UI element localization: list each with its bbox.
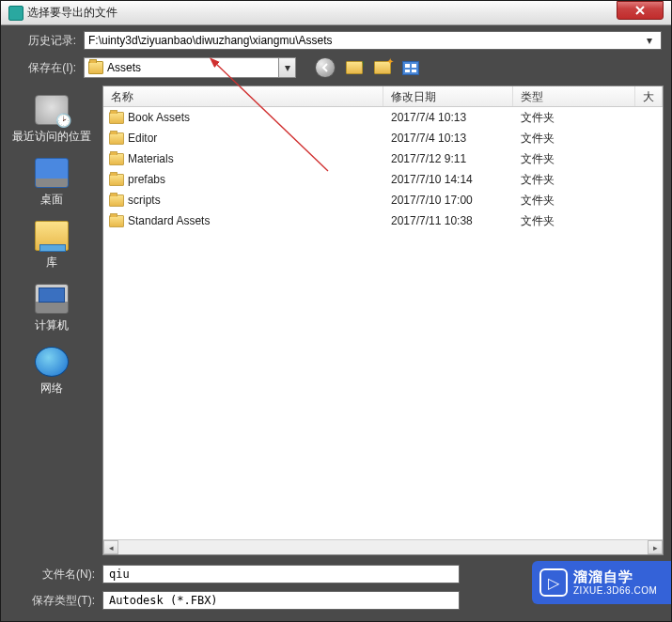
- column-header-size[interactable]: 大: [635, 86, 663, 106]
- folder-toolbar: [315, 57, 420, 78]
- file-row[interactable]: prefabs 2017/7/10 14:14 文件夹: [103, 169, 663, 190]
- place-computer-label: 计算机: [35, 318, 69, 334]
- scroll-left-button[interactable]: ◂: [103, 540, 118, 554]
- file-row[interactable]: Editor 2017/7/4 10:13 文件夹: [103, 128, 663, 148]
- chevron-down-icon: ▾: [285, 61, 290, 74]
- network-icon: [35, 347, 69, 377]
- savein-combo[interactable]: Assets: [84, 57, 279, 78]
- column-headers: 名称 修改日期 类型 大: [103, 86, 663, 107]
- play-icon: ▷: [539, 568, 568, 597]
- close-icon: [635, 6, 645, 15]
- body-area: 最近访问的位置 桌面 库 计算机 网络 名称 修改日期: [1, 86, 671, 555]
- close-button[interactable]: [617, 1, 664, 20]
- back-button[interactable]: [315, 57, 336, 78]
- savein-value: Assets: [107, 61, 141, 74]
- column-header-type[interactable]: 类型: [513, 86, 635, 106]
- filetype-label: 保存类型(T):: [10, 593, 102, 609]
- column-header-date[interactable]: 修改日期: [383, 86, 513, 106]
- history-label: 历史记录:: [10, 33, 84, 49]
- place-recent[interactable]: 最近访问的位置: [12, 95, 91, 145]
- history-value: F:\uinty3d\ziyuanbao\diwuzhang\xiangmu\A…: [88, 34, 642, 47]
- view-menu-button[interactable]: [401, 59, 420, 76]
- file-name: scripts: [128, 194, 161, 207]
- watermark-badge: ▷ 溜溜自学 ZIXUE.3D66.COM: [532, 561, 671, 604]
- watermark-title: 溜溜自学: [573, 569, 657, 585]
- scroll-right-button[interactable]: ▸: [648, 540, 663, 554]
- file-date: 2017/7/12 9:11: [383, 152, 513, 165]
- folder-icon: [109, 174, 124, 186]
- column-header-name[interactable]: 名称: [103, 86, 383, 106]
- file-date: 2017/7/10 17:00: [383, 194, 513, 207]
- top-controls: 历史记录: F:\uinty3d\ziyuanbao\diwuzhang\xia…: [1, 25, 671, 86]
- place-library-label: 库: [46, 255, 57, 271]
- desktop-icon: [35, 158, 69, 188]
- filetype-combo[interactable]: Autodesk (*.FBX): [102, 591, 460, 610]
- file-type: 文件夹: [513, 110, 635, 126]
- place-library[interactable]: 库: [35, 221, 69, 271]
- file-name: Materials: [128, 152, 174, 165]
- file-row[interactable]: Standard Assets 2017/7/11 10:38 文件夹: [103, 210, 663, 231]
- watermark-url: ZIXUE.3D66.COM: [573, 585, 657, 596]
- filename-input[interactable]: qiu: [102, 565, 460, 583]
- file-type: 文件夹: [513, 131, 635, 147]
- savein-label: 保存在(I):: [10, 60, 84, 76]
- savein-row: 保存在(I): Assets ▾: [10, 57, 662, 78]
- chevron-down-icon: ▾: [642, 34, 657, 47]
- place-recent-label: 最近访问的位置: [12, 129, 91, 145]
- folder-up-icon: [346, 61, 363, 74]
- file-date: 2017/7/10 14:14: [383, 173, 513, 186]
- folder-icon: [109, 215, 124, 227]
- view-grid-icon: [402, 61, 419, 75]
- file-type: 文件夹: [513, 213, 635, 229]
- places-bar: 最近访问的位置 桌面 库 计算机 网络: [1, 86, 102, 555]
- folder-icon: [88, 61, 103, 74]
- file-name: Editor: [128, 132, 157, 145]
- place-desktop[interactable]: 桌面: [35, 158, 69, 208]
- folder-icon: [109, 194, 124, 207]
- savein-dropdown-button[interactable]: ▾: [279, 57, 296, 78]
- file-name: Book Assets: [128, 111, 190, 124]
- file-name: Standard Assets: [128, 214, 210, 227]
- library-icon: [35, 221, 69, 251]
- watermark-text: 溜溜自学 ZIXUE.3D66.COM: [573, 569, 657, 596]
- file-list-area: 名称 修改日期 类型 大 Book Assets 2017/7/4 10:13 …: [102, 86, 664, 555]
- place-desktop-label: 桌面: [40, 192, 63, 208]
- titlebar: 选择要导出的文件: [1, 1, 671, 25]
- folder-icon: [109, 153, 124, 165]
- place-network-label: 网络: [40, 381, 63, 397]
- filetype-value: Autodesk (*.FBX): [109, 594, 218, 607]
- file-list[interactable]: Book Assets 2017/7/4 10:13 文件夹 Editor 20…: [103, 107, 663, 539]
- history-row: 历史记录: F:\uinty3d\ziyuanbao\diwuzhang\xia…: [10, 31, 662, 50]
- file-date: 2017/7/4 10:13: [383, 132, 513, 145]
- file-type: 文件夹: [513, 193, 635, 209]
- window-title: 选择要导出的文件: [27, 5, 617, 21]
- export-dialog-window: 选择要导出的文件 历史记录: F:\uinty3d\ziyuanbao\diwu…: [0, 0, 672, 622]
- file-date: 2017/7/4 10:13: [383, 111, 513, 124]
- filename-label: 文件名(N):: [10, 567, 102, 583]
- folder-new-icon: [374, 61, 391, 74]
- history-combo[interactable]: F:\uinty3d\ziyuanbao\diwuzhang\xiangmu\A…: [84, 31, 662, 50]
- file-row[interactable]: Materials 2017/7/12 9:11 文件夹: [103, 148, 663, 169]
- computer-icon: [35, 284, 69, 314]
- file-date: 2017/7/11 10:38: [383, 214, 513, 227]
- filename-value: qiu: [109, 568, 130, 581]
- file-row[interactable]: Book Assets 2017/7/4 10:13 文件夹: [103, 107, 663, 128]
- file-type: 文件夹: [513, 151, 635, 167]
- file-name: prefabs: [128, 173, 165, 186]
- folder-icon: [109, 132, 124, 145]
- new-folder-button[interactable]: [373, 59, 392, 76]
- place-computer[interactable]: 计算机: [35, 284, 69, 334]
- up-folder-button[interactable]: [345, 59, 364, 76]
- arrow-left-icon: [320, 63, 330, 72]
- folder-icon: [109, 112, 124, 124]
- place-network[interactable]: 网络: [35, 347, 69, 397]
- recent-places-icon: [35, 95, 69, 125]
- horizontal-scrollbar[interactable]: ◂ ▸: [103, 539, 663, 554]
- file-row[interactable]: scripts 2017/7/10 17:00 文件夹: [103, 190, 663, 210]
- file-type: 文件夹: [513, 172, 635, 188]
- app-icon: [8, 6, 23, 21]
